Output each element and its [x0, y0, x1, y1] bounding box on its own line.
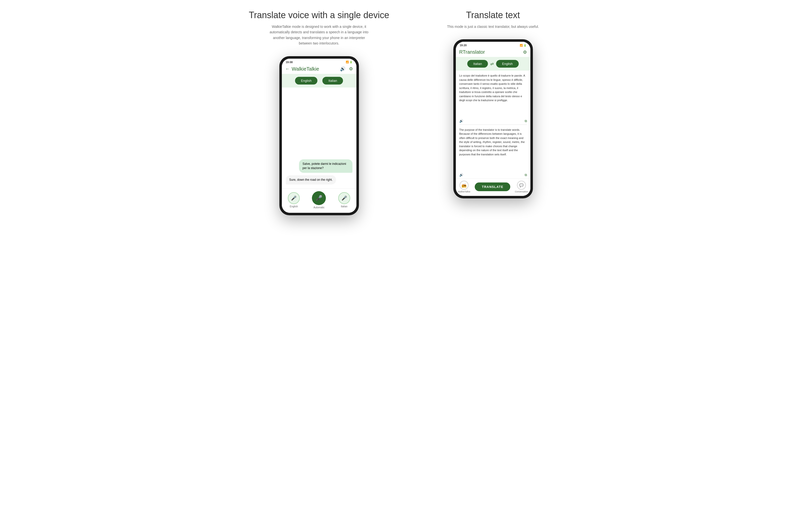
- left-phone: 19:08 📶 🔋 ← WalkieTalkie 🔊 ⚙: [279, 56, 359, 215]
- mic-bar: 🎤 English 🎤 Automatic 🎤 Italian: [282, 188, 357, 213]
- left-app-icons: 🔊 ⚙: [340, 66, 353, 72]
- right-settings-icon[interactable]: ⚙: [523, 49, 527, 55]
- mic-italian-circle[interactable]: 🎤: [338, 192, 350, 204]
- english-text-block: The purpose of the translator is to tran…: [456, 125, 531, 173]
- nav-conversation-label: Conversation: [515, 190, 528, 193]
- english-actions: 🔊 ⧉: [456, 173, 531, 178]
- english-speak-icon[interactable]: 🔊: [459, 173, 463, 177]
- mic-auto-label: Automatic: [314, 206, 324, 209]
- mic-english-circle[interactable]: 🎤: [288, 192, 300, 204]
- italian-actions: 🔊 ⧉: [456, 118, 531, 125]
- right-app-title: RTranslator: [459, 49, 523, 55]
- mic-auto-circle[interactable]: 🎤: [312, 191, 326, 205]
- translation-content: Lo scopo del traduttore è quello di trad…: [456, 71, 531, 178]
- bottom-nav: 📻 WalkieTalkie TRANSLATE 💬 Conversation: [456, 178, 531, 196]
- english-copy-icon[interactable]: ⧉: [525, 173, 527, 177]
- main-container: Translate voice with a single device Wal…: [232, 10, 580, 215]
- right-phone: 19:20 📶 🔋 RTranslator ⚙ Italian ⇄ Englis…: [453, 39, 533, 198]
- right-time: 19:20: [460, 44, 467, 47]
- chat-area: Salve, potete darmi le indicazioni per l…: [282, 87, 357, 188]
- right-app-bar: RTranslator ⚙: [456, 48, 531, 57]
- italian-speak-icon[interactable]: 🔊: [459, 119, 463, 123]
- nav-walkie-label: WalkieTalkie: [458, 190, 470, 193]
- mic-italian-label: Italian: [341, 205, 347, 208]
- right-battery-icon: 🔋: [523, 44, 526, 47]
- mic-auto[interactable]: 🎤 Automatic: [312, 191, 326, 209]
- left-status-icons: 📶 🔋: [346, 61, 352, 63]
- right-lang2-button[interactable]: English: [496, 60, 519, 68]
- left-lang2-button[interactable]: Italian: [322, 77, 343, 85]
- signal-icon: 📶: [346, 61, 349, 63]
- message-left: Sure, down the road on the right.: [286, 175, 336, 185]
- left-desc: WalkieTalkie mode is designed to work wi…: [267, 24, 371, 46]
- mic-english[interactable]: 🎤 English: [288, 192, 300, 208]
- left-title: Translate voice with a single device: [249, 10, 389, 20]
- italian-copy-icon[interactable]: ⧉: [525, 119, 527, 123]
- right-section: Translate text This mode is just a class…: [406, 10, 580, 215]
- left-section: Translate voice with a single device Wal…: [232, 10, 406, 215]
- right-desc: This mode is just a classic text transla…: [447, 24, 539, 29]
- message-right: Salve, potete darmi le indicazioni per l…: [299, 159, 352, 173]
- speaker-icon[interactable]: 🔊: [340, 66, 346, 72]
- left-lang-bar: English Italian: [282, 74, 357, 87]
- right-signal-icon: 📶: [520, 44, 523, 47]
- back-button[interactable]: ←: [285, 66, 290, 72]
- right-title: Translate text: [466, 10, 520, 20]
- left-status-bar: 19:08 📶 🔋: [282, 59, 357, 64]
- settings-icon[interactable]: ⚙: [349, 66, 353, 72]
- mic-italian[interactable]: 🎤 Italian: [338, 192, 350, 208]
- right-phone-screen: 19:20 📶 🔋 RTranslator ⚙ Italian ⇄ Englis…: [456, 42, 531, 196]
- swap-languages-button[interactable]: ⇄: [490, 61, 494, 66]
- right-lang-bar: Italian ⇄ English: [456, 57, 531, 71]
- battery-icon: 🔋: [349, 61, 352, 63]
- right-status-icons: 📶 🔋: [520, 44, 526, 47]
- right-lang1-button[interactable]: Italian: [467, 60, 488, 68]
- right-status-bar: 19:20 📶 🔋: [456, 42, 531, 48]
- left-phone-screen: 19:08 📶 🔋 ← WalkieTalkie 🔊 ⚙: [282, 59, 357, 213]
- left-app-bar: ← WalkieTalkie 🔊 ⚙: [282, 64, 357, 74]
- translate-button[interactable]: TRANSLATE: [475, 183, 510, 191]
- nav-conversation[interactable]: 💬 Conversation: [515, 181, 528, 193]
- left-lang1-button[interactable]: English: [295, 77, 318, 85]
- walkie-talkie-icon[interactable]: 📻: [460, 181, 468, 190]
- left-time: 19:08: [286, 61, 293, 63]
- nav-walkie-talkie[interactable]: 📻 WalkieTalkie: [458, 181, 470, 193]
- conversation-icon[interactable]: 💬: [517, 181, 526, 190]
- left-app-title: WalkieTalkie: [292, 66, 340, 72]
- italian-text-block: Lo scopo del traduttore è quello di trad…: [456, 71, 531, 118]
- mic-english-label: English: [290, 205, 298, 208]
